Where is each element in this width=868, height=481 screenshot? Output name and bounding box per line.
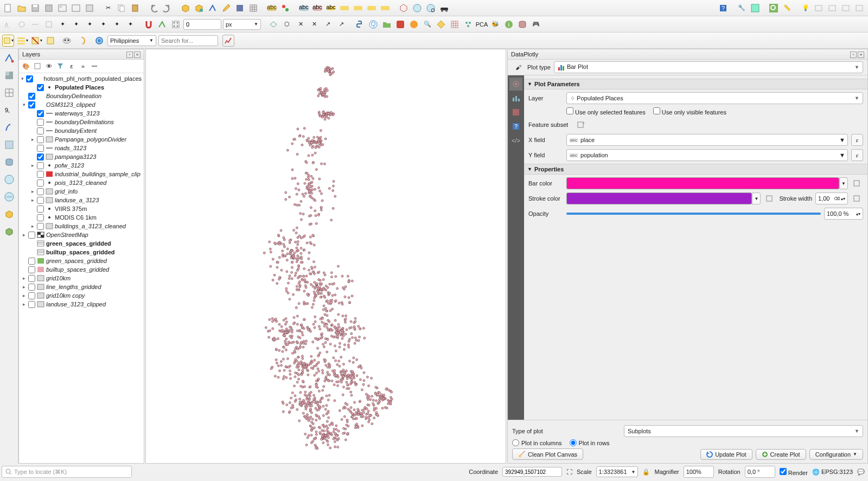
topo6-icon[interactable]: ↗: [335, 18, 347, 30]
messages-icon[interactable]: 💬: [857, 469, 865, 476]
layer-row[interactable]: ▸buildings_a_3123_cleaned: [19, 222, 144, 230]
globe-icon[interactable]: [411, 2, 423, 14]
orange-icon[interactable]: [408, 18, 420, 30]
pca-icon[interactable]: PCA: [476, 18, 488, 30]
plot-columns-radio[interactable]: Plot in columns: [512, 439, 562, 446]
y-field-select[interactable]: abcpopulation▼: [566, 149, 848, 161]
render-check[interactable]: Render: [780, 468, 808, 476]
layer-row[interactable]: green_spaces_gridded: [19, 256, 144, 265]
lt-add-icon[interactable]: [33, 61, 42, 71]
binoculars-icon[interactable]: 🔍: [422, 18, 433, 30]
only-selected-check[interactable]: Use only selected features: [566, 107, 646, 116]
stroke-color-button[interactable]: [566, 193, 752, 204]
dig9-icon[interactable]: ✦: [111, 18, 123, 30]
plugin1-icon[interactable]: 🔧: [736, 2, 748, 14]
dp-tab-help[interactable]: ?: [509, 120, 522, 133]
layer-row[interactable]: ▸grid_info: [19, 187, 144, 196]
subset-expr-button[interactable]: [575, 119, 587, 131]
lt-expand-icon[interactable]: »: [78, 61, 88, 71]
poly-icon[interactable]: [398, 2, 410, 14]
layout-icon[interactable]: [56, 2, 68, 14]
x-field-select[interactable]: abcplace▼: [566, 134, 848, 146]
db-icon[interactable]: [516, 18, 528, 30]
dig10-icon[interactable]: ✦: [124, 18, 136, 30]
undo-icon[interactable]: [148, 2, 159, 14]
label-rotate-icon[interactable]: [352, 2, 364, 14]
opacity-input[interactable]: 100,0 %▴▾: [824, 208, 863, 220]
only-visible-check[interactable]: Use only visible features: [653, 107, 726, 116]
save-as-icon[interactable]: [43, 2, 55, 14]
search-green-icon[interactable]: [768, 2, 780, 14]
deselect-icon[interactable]: ▾: [30, 35, 42, 47]
layer-row[interactable]: VIIRS 375m: [19, 204, 144, 213]
stroke-color-dropdown[interactable]: ▼: [752, 193, 761, 204]
v-pkg-icon[interactable]: [2, 207, 16, 221]
copy-icon[interactable]: [116, 2, 127, 14]
bulb-icon[interactable]: 💡: [800, 2, 812, 14]
dp-tab-export[interactable]: [509, 106, 522, 119]
dig-icon[interactable]: [2, 18, 14, 30]
layer-row[interactable]: builtup_spaces_gridded: [19, 265, 144, 274]
cut-icon[interactable]: ✂: [102, 2, 114, 14]
layer-row[interactable]: ▸grid10km: [19, 274, 144, 283]
bar-color-button[interactable]: [566, 177, 839, 189]
snap-icon[interactable]: [143, 18, 155, 30]
rotation-input[interactable]: 0,0 °: [745, 466, 775, 478]
layer-row[interactable]: builtup_spaces_gridded: [19, 248, 144, 256]
ear-icon[interactable]: [77, 35, 89, 47]
dig2-icon[interactable]: [16, 18, 28, 30]
paste-icon[interactable]: [129, 2, 141, 14]
globe-search-icon[interactable]: [425, 2, 437, 14]
snap-tolerance-input[interactable]: [183, 19, 221, 30]
info-green-icon[interactable]: i: [503, 18, 515, 30]
dd1-icon[interactable]: [813, 2, 825, 14]
v-pkg2-icon[interactable]: [2, 225, 16, 239]
dp-tab-settings[interactable]: [509, 78, 522, 91]
x-field-expr-button[interactable]: ε: [851, 134, 863, 146]
v-virtual-icon[interactable]: [2, 138, 16, 152]
layer-row[interactable]: pois_3123_cleaned: [19, 178, 144, 187]
qt-icon[interactable]: Q: [367, 18, 379, 30]
plot-type-select[interactable]: Bar Plot ▼: [554, 61, 863, 73]
opacity-slider[interactable]: [566, 213, 821, 215]
dig7-icon[interactable]: ✦: [84, 18, 95, 30]
dig5-icon[interactable]: ✦: [56, 18, 68, 30]
snap-opt-icon[interactable]: [156, 18, 168, 30]
chart-tool-icon[interactable]: [222, 35, 234, 47]
v-pen-icon[interactable]: [2, 120, 16, 134]
magnifier-input[interactable]: 100%: [684, 466, 714, 478]
locator-search-input[interactable]: [158, 35, 218, 46]
v-wms-icon[interactable]: [2, 172, 16, 187]
redo-icon[interactable]: [161, 2, 173, 14]
stroke-color-override[interactable]: [764, 193, 776, 204]
label-layer-icon[interactable]: [279, 2, 291, 14]
v-mesh-icon[interactable]: [2, 86, 16, 100]
y-field-expr-button[interactable]: ε: [851, 149, 863, 161]
cluster-icon[interactable]: [462, 18, 474, 30]
layers-undock-icon[interactable]: ▫: [126, 52, 133, 58]
layer-row[interactable]: MODIS C6 1km: [19, 213, 144, 222]
mesh-icon[interactable]: [247, 2, 259, 14]
layer-row[interactable]: ▾OSM3123_clipped: [19, 100, 144, 109]
dp-undock-icon[interactable]: ▫: [850, 52, 857, 58]
layers-close-icon[interactable]: ×: [134, 52, 141, 58]
layer-row[interactable]: ▸OpenStreetMap: [19, 230, 144, 239]
topo-icon[interactable]: [267, 18, 279, 30]
bar-color-override[interactable]: [851, 177, 863, 189]
stroke-width-input[interactable]: 1,00⌫▴▾: [815, 193, 848, 204]
layer-row[interactable]: green_spaces_gridded: [19, 239, 144, 248]
layer-row[interactable]: ▸pofw_3123: [19, 161, 144, 170]
lt-style-icon[interactable]: 🎨: [21, 61, 31, 71]
dp-brush-icon[interactable]: 🖌: [512, 61, 524, 73]
layer-row[interactable]: boundaryDelimitations: [19, 118, 144, 126]
ruler-icon[interactable]: 📏: [781, 2, 793, 14]
red-btn-icon[interactable]: [394, 18, 406, 30]
topo2-icon[interactable]: ⬡: [281, 18, 293, 30]
clean-canvas-button[interactable]: 🧹 Clean Plot Canvas: [512, 448, 583, 460]
car-icon[interactable]: [438, 2, 450, 14]
dd3-icon[interactable]: [840, 2, 852, 14]
dp-close-icon[interactable]: ×: [858, 52, 864, 58]
layer-row[interactable]: Populated Places: [19, 83, 144, 92]
layer-row[interactable]: ▸landuse_a_3123: [19, 196, 144, 204]
select-list-icon[interactable]: ▾: [16, 35, 28, 47]
